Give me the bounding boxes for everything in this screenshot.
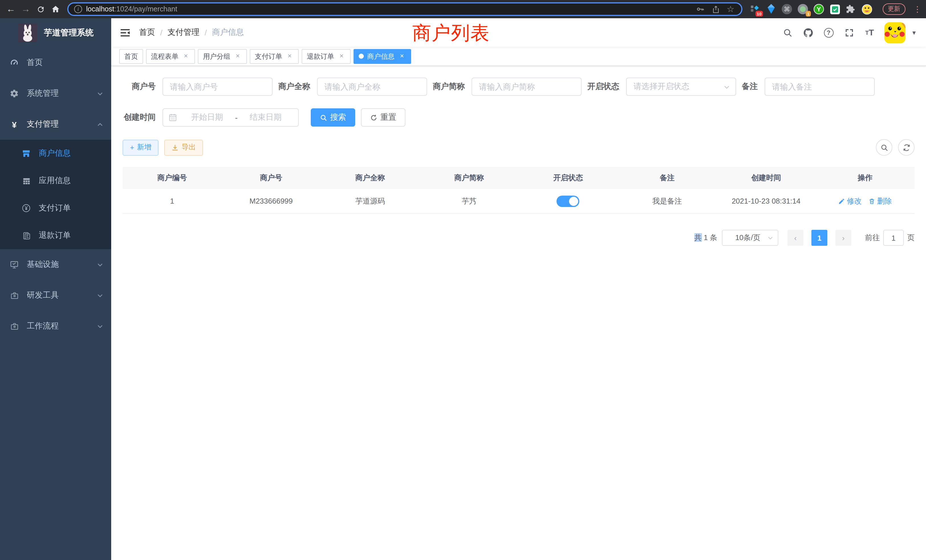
app-title: 芋道管理系统 — [44, 27, 94, 38]
extension-proxy-icon[interactable]: 1 — [797, 3, 808, 15]
chrome-update-button[interactable]: 更新 — [883, 3, 905, 15]
tag-home[interactable]: 首页 — [119, 49, 143, 64]
page-merchant-list: 商户号 商户全称 商户简称 开启状态 请选择开启状态 — [111, 66, 926, 560]
goto-page-input[interactable] — [883, 230, 904, 246]
close-icon[interactable]: × — [234, 52, 242, 60]
extension-badge: 1 — [806, 11, 811, 17]
select-placeholder: 请选择开启状态 — [634, 82, 723, 92]
header-search-icon[interactable] — [782, 27, 793, 38]
sidebar-item-merchant-info[interactable]: 商户信息 — [0, 140, 111, 167]
search-button[interactable]: 搜索 — [311, 108, 355, 127]
sidebar-fold-icon[interactable] — [111, 18, 139, 47]
create-time-range-picker[interactable]: 开始日期 - 结束日期 — [162, 108, 299, 127]
extension-kite-icon[interactable] — [765, 3, 776, 15]
sidebar-item-system[interactable]: 系统管理 — [0, 78, 111, 109]
refresh-table-icon[interactable] — [898, 139, 915, 156]
tag-refund-order[interactable]: 退款订单× — [302, 49, 351, 64]
yen-circle-icon — [22, 204, 31, 213]
form-item-short-name: 商户简称 — [433, 77, 582, 96]
sidebar-item-home[interactable]: 首页 — [0, 47, 111, 78]
bookmark-star-icon[interactable]: ☆ — [727, 4, 734, 14]
reload-icon[interactable] — [33, 2, 48, 17]
export-button[interactable]: 导出 — [165, 139, 203, 155]
next-page-button[interactable]: › — [835, 230, 851, 246]
end-date-placeholder: 结束日期 — [239, 112, 292, 123]
close-icon[interactable]: × — [286, 52, 294, 60]
avatar-caret-icon[interactable]: ▼ — [911, 29, 917, 36]
reset-button[interactable]: 重置 — [361, 108, 406, 127]
sidebar-item-label: 商户信息 — [39, 148, 103, 159]
url-text[interactable]: localhost:1024/pay/merchant — [86, 5, 695, 13]
address-bar[interactable]: i localhost:1024/pay/merchant ☆ — [67, 2, 742, 16]
profile-avatar-icon[interactable] — [861, 3, 872, 15]
password-key-icon[interactable] — [695, 5, 705, 14]
help-icon[interactable]: ? — [823, 27, 834, 38]
column-header: 商户号 — [221, 173, 321, 183]
toolbox-icon — [10, 291, 19, 300]
close-icon[interactable]: × — [182, 52, 190, 60]
browser-menu-icon[interactable]: ⋮ — [914, 5, 921, 14]
close-icon[interactable]: × — [337, 52, 345, 60]
delete-link[interactable]: 删除 — [869, 196, 892, 206]
sidebar-item-infrastructure[interactable]: 基础设施 — [0, 249, 111, 280]
sidebar-item-pay-order[interactable]: 支付订单 — [0, 194, 111, 222]
fullscreen-icon[interactable] — [843, 27, 855, 38]
sidebar-item-app-info[interactable]: 应用信息 — [0, 167, 111, 194]
merchant-no-input[interactable] — [162, 77, 272, 96]
field-label: 开启状态 — [587, 82, 626, 92]
breadcrumb-home[interactable]: 首页 — [139, 27, 155, 38]
user-avatar[interactable] — [884, 22, 905, 43]
breadcrumb-payment[interactable]: 支付管理 — [168, 27, 200, 38]
sidebar-item-workflow[interactable]: 工作流程 — [0, 311, 111, 342]
tag-merchant-info[interactable]: 商户信息× — [354, 49, 411, 64]
add-button[interactable]: + 新增 — [123, 139, 159, 155]
page-size-select[interactable]: 10条/页 — [722, 230, 778, 246]
show-search-icon[interactable] — [876, 139, 892, 156]
font-size-icon[interactable]: TT — [864, 27, 875, 38]
shop-icon — [22, 149, 31, 158]
breadcrumb-separator: / — [205, 28, 207, 37]
status-toggle[interactable] — [557, 195, 580, 207]
prev-page-button[interactable]: ‹ — [787, 230, 803, 246]
dashboard-icon — [10, 58, 19, 67]
remark-input[interactable] — [765, 77, 875, 96]
page-info-icon[interactable]: i — [74, 5, 82, 13]
share-icon[interactable] — [711, 5, 720, 14]
page-number-button[interactable]: 1 — [811, 230, 828, 246]
pagination: 共 1 条 10条/页 ‹ 1 › 前往 页 — [123, 230, 915, 246]
extension-tabs-icon[interactable]: 10 — [749, 3, 761, 15]
document-icon — [22, 231, 31, 240]
toolbar-right — [876, 139, 915, 156]
status-select[interactable]: 请选择开启状态 — [626, 77, 736, 96]
extension-command-icon[interactable]: ⌘ — [781, 3, 793, 15]
tag-process-form[interactable]: 流程表单× — [146, 49, 195, 64]
close-icon[interactable]: × — [398, 52, 406, 60]
sidebar-item-devtools[interactable]: 研发工具 — [0, 280, 111, 311]
extension-y-icon[interactable]: Y — [813, 3, 825, 15]
tag-pay-order[interactable]: 支付订单× — [250, 49, 299, 64]
sidebar-item-refund-order[interactable]: 退款订单 — [0, 222, 111, 249]
cell-merchant-no: M233666999 — [221, 197, 321, 205]
tag-user-group[interactable]: 用户分组× — [198, 49, 247, 64]
download-icon — [172, 144, 179, 151]
github-icon[interactable] — [802, 27, 814, 38]
sidebar-item-label: 支付管理 — [27, 119, 97, 129]
form-item-remark: 备注 — [742, 77, 875, 96]
field-label: 商户全称 — [278, 82, 317, 92]
merchant-table: 商户编号 商户号 商户全称 商户简称 开启状态 备注 创建时间 操作 1 M23… — [123, 167, 915, 214]
yen-icon: ¥ — [10, 120, 19, 129]
forward-icon[interactable]: → — [18, 2, 33, 17]
table-toolbar: + 新增 导出 — [123, 139, 915, 156]
extensions-puzzle-icon[interactable] — [845, 3, 856, 15]
edit-link[interactable]: 修改 — [838, 196, 862, 206]
back-icon[interactable]: ← — [3, 2, 18, 17]
sidebar-item-label: 研发工具 — [27, 290, 97, 301]
short-name-input[interactable] — [472, 77, 582, 96]
sidebar-item-label: 系统管理 — [27, 88, 97, 98]
app-logo-block[interactable]: 芋道管理系统 — [0, 18, 111, 47]
full-name-input[interactable] — [317, 77, 427, 96]
sidebar-item-payment[interactable]: ¥ 支付管理 — [0, 109, 111, 140]
column-header: 商户简称 — [420, 173, 519, 183]
home-icon[interactable] — [48, 2, 63, 17]
extension-notes-icon[interactable] — [829, 3, 840, 15]
